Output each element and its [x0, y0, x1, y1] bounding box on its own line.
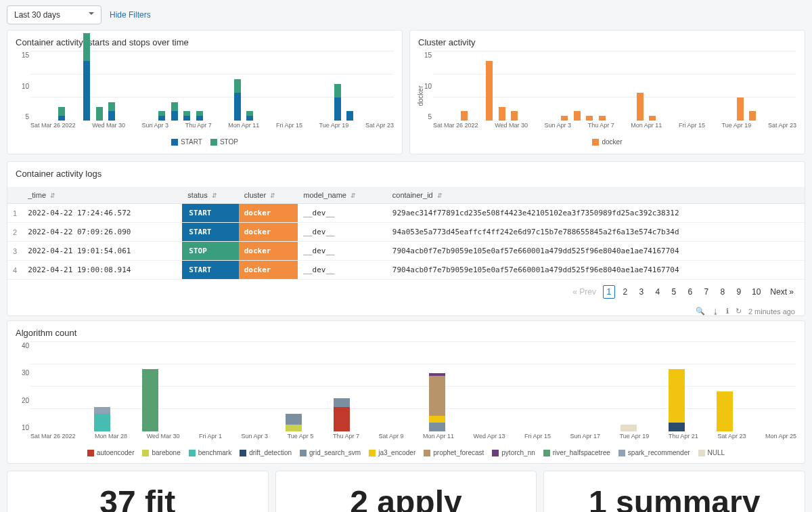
cluster-activity-panel: Cluster activity docker 51015Sat Mar 26 … [409, 30, 805, 154]
table-row[interactable]: 22022-04-22 07:09:26.090STARTdocker__dev… [7, 223, 805, 242]
table-row[interactable]: 12022-04-22 17:24:46.572STARTdocker__dev… [7, 204, 805, 223]
pager-page[interactable]: 5 [668, 286, 680, 298]
search-icon[interactable]: 🔍 [696, 307, 705, 316]
pager: « Prev12345678910Next » [7, 280, 805, 304]
col-container_id[interactable]: container_id ⇵ [387, 187, 805, 204]
container-activity-chart: 51015Sat Mar 26 2022Wed Mar 30Sun Apr 3T… [30, 51, 394, 133]
col-cluster[interactable]: cluster ⇵ [239, 187, 298, 204]
refresh-icon[interactable]: ↻ [736, 307, 742, 316]
cluster-activity-title: Cluster activity [418, 37, 796, 47]
count-card: 37 fit [7, 471, 269, 512]
cluster-activity-chart: docker 51015Sat Mar 26 2022Wed Mar 30Sun… [433, 51, 796, 133]
table-row[interactable]: 32022-04-21 19:01:54.061STOPdocker__dev_… [7, 242, 805, 261]
pager-page[interactable]: 2 [619, 286, 631, 298]
pager-page[interactable]: 9 [733, 286, 745, 298]
count-value: 2 apply [284, 484, 528, 512]
algorithm-count-legend: autoencoderbarebonebenchmarkdrift_detect… [16, 449, 796, 456]
algorithm-count-chart: 10203040Sat Mar 26 2022Mon Mar 28Wed Mar… [30, 342, 796, 444]
refreshed-ago: 2 minutes ago [748, 307, 795, 316]
pager-page[interactable]: 4 [652, 286, 664, 298]
algorithm-count-title: Algorithm count [16, 328, 796, 338]
hide-filters-link[interactable]: Hide Filters [110, 10, 151, 20]
logs-table: _time ⇵status ⇵cluster ⇵model_name ⇵cont… [7, 187, 805, 280]
pager-page[interactable]: 10 [749, 286, 763, 298]
time-range-dropdown[interactable]: Last 30 days [7, 5, 102, 24]
count-value: 37 fit [16, 484, 260, 512]
table-row[interactable]: 42022-04-21 19:00:08.914STARTdocker__dev… [7, 261, 805, 280]
pager-prev[interactable]: « Prev [570, 286, 599, 298]
col-model_name[interactable]: model_name ⇵ [298, 187, 386, 204]
pager-page[interactable]: 3 [635, 286, 648, 298]
pager-page[interactable]: 1 [603, 285, 615, 299]
pager-page[interactable]: 7 [700, 286, 713, 298]
algorithm-count-panel: Algorithm count 10203040Sat Mar 26 2022M… [7, 320, 805, 464]
counts-row: 37 fit2 apply1 summary [0, 471, 812, 512]
download-icon[interactable]: ⭳ [712, 307, 719, 316]
container-activity-panel: Container activity: starts and stops ove… [7, 30, 403, 154]
cluster-activity-legend: docker [418, 138, 796, 146]
col-status[interactable]: status ⇵ [182, 187, 238, 204]
pager-page[interactable]: 6 [684, 286, 696, 298]
panel-actions: 🔍 ⭳ ℹ ↻ 2 minutes ago [7, 304, 805, 316]
filter-toolbar: Last 30 days Hide Filters [0, 0, 812, 30]
count-value: 1 summary [552, 484, 796, 512]
container-activity-legend: STARTSTOP [16, 138, 394, 146]
container-activity-title: Container activity: starts and stops ove… [16, 37, 394, 47]
pager-next[interactable]: Next » [767, 286, 796, 298]
logs-panel: Container activity logs _time ⇵status ⇵c… [7, 161, 805, 316]
info-icon[interactable]: ℹ [726, 307, 729, 316]
count-card: 1 summary [543, 471, 805, 512]
logs-title: Container activity logs [7, 162, 805, 183]
col-_time[interactable]: _time ⇵ [22, 187, 182, 204]
count-card: 2 apply [275, 471, 537, 512]
pager-page[interactable]: 8 [717, 286, 729, 298]
